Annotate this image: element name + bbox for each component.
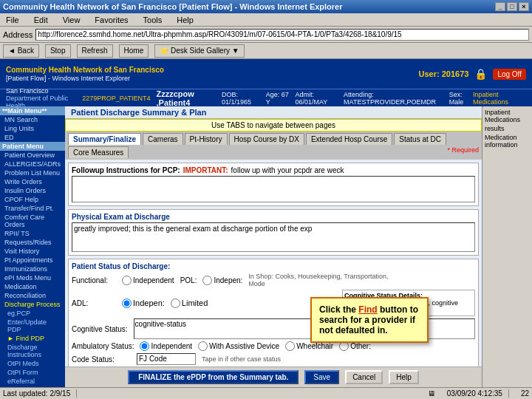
address-input[interactable] xyxy=(35,29,529,41)
functional-row: Functional: Independent POL: Indepen: In… xyxy=(72,273,475,287)
sidebar-item-ling-units[interactable]: Ling Units xyxy=(0,124,65,133)
sidebar-item-mn-search[interactable]: MN Search xyxy=(0,115,65,124)
sidebar-item-insulin[interactable]: Insulin Orders xyxy=(0,186,65,195)
tab-summary-finalize[interactable]: Summary/Finalize xyxy=(68,133,141,145)
menu-help[interactable]: Help xyxy=(174,16,197,24)
app-header: Community Health Network of San Francisc… xyxy=(0,59,532,89)
sidebar-item-ereferral[interactable]: eReferral xyxy=(0,377,65,386)
address-bar: Address xyxy=(0,27,532,43)
sidebar-item-discharge-process[interactable]: Discharge Process xyxy=(0,300,65,309)
sidebar-item-find-pdp[interactable]: ► Find PDP xyxy=(0,334,65,343)
sidebar-item-reconciliation[interactable]: Reconciliation xyxy=(0,291,65,300)
sidebar-item-rpii-ts[interactable]: RPII/ TS xyxy=(0,229,65,238)
shop-text: In Shop: Cooks, Housekeeping, Transporta… xyxy=(248,273,396,287)
menu-bar: File Edit View Favorites Tools Help xyxy=(0,13,532,27)
sidebar-item-otpi-form[interactable]: OtPI Form xyxy=(0,368,65,377)
right-panel-item-3[interactable]: Medication information xyxy=(484,133,531,149)
minimize-button[interactable]: _ xyxy=(495,2,505,11)
close-button[interactable]: × xyxy=(519,2,529,11)
patient-header-info: 2279PROP_PATIENT4 Zzzzcpow ,Patient4 DOB… xyxy=(82,89,473,107)
sidebar-item-enter-update-pdp[interactable]: Enter/Update PDP xyxy=(0,318,65,334)
tab-hosp-course-dx[interactable]: Hosp Course by DX xyxy=(229,133,304,145)
content-wrapper: Patient Discharge Summary & Plan Use TAB… xyxy=(65,106,482,387)
sidebar-item-patient-overview[interactable]: Patient Overview xyxy=(0,151,65,160)
sidebar-item-epi-meds[interactable]: ePI Meds Menu xyxy=(0,273,65,282)
refresh-button[interactable]: Refresh xyxy=(77,44,113,58)
followup-important: IMPORTANT: xyxy=(183,166,228,174)
home-button[interactable]: Home xyxy=(119,44,149,58)
adl-limited-label: Limited xyxy=(182,299,208,307)
physical-exam-label: Physical Exam at Discharge xyxy=(72,213,475,221)
followup-textarea[interactable] xyxy=(72,176,475,202)
radio-adl-independent[interactable]: Indepen: xyxy=(122,299,165,308)
physical-exam-textarea[interactable]: greatly improved; this is the general ex… xyxy=(72,222,475,252)
logoff-button[interactable]: Log Off xyxy=(493,69,526,80)
toolbar: ◄ Back Stop Refresh Home ⭐ Desk Side Gal… xyxy=(0,43,532,59)
code-status-field[interactable]: FJ Code xyxy=(137,353,196,365)
patient-attending: Attending: MATESTPROVIDER,POEMDR xyxy=(344,91,443,106)
tab-cameras[interactable]: Cameras xyxy=(143,133,183,145)
sidebar-patient-menu[interactable]: Patient Menu xyxy=(0,142,65,151)
radio-adl-limited[interactable]: Limited xyxy=(171,299,208,308)
right-panel-item-1[interactable]: Inpatient Medications xyxy=(484,108,531,124)
patient-id: 2279PROP_PATIENT4 xyxy=(82,95,150,102)
callout-line1: Click the xyxy=(319,304,356,315)
menu-tools[interactable]: Tools xyxy=(140,16,166,24)
menu-view[interactable]: View xyxy=(60,16,83,24)
tab-extended-hosp-course[interactable]: Extended Hosp Course xyxy=(306,133,392,145)
radio-amb-independent[interactable]: Independent xyxy=(140,341,192,351)
code-tape-label: Tape in if other case status xyxy=(202,355,281,363)
right-panel-item-2[interactable]: results xyxy=(484,124,531,133)
menu-file[interactable]: File xyxy=(3,16,22,24)
sidebar-item-comfort-care[interactable]: Comfort Care Orders xyxy=(0,213,65,229)
sidebar-item-immunizations[interactable]: Immunizations xyxy=(0,265,65,273)
code-status-value: FJ Code xyxy=(139,355,167,363)
tab-bar: Summary/Finalize Cameras Pt-History Hosp… xyxy=(65,132,482,160)
sidebar-item-medication[interactable]: Medication xyxy=(0,282,65,291)
sidebar-item-transfer[interactable]: Transfer/Find Pt. xyxy=(0,204,65,213)
status-icon: 🖥 xyxy=(428,389,435,398)
menu-favorites[interactable]: Favorites xyxy=(92,16,131,24)
tab-status-dc[interactable]: Status at DC xyxy=(394,133,446,145)
finalize-button[interactable]: FINALIZE the ePDP from the Summary tab. xyxy=(128,370,299,384)
status-bar: Last updated: 2/9/15 🖥 03/09/20 4:12:35 … xyxy=(0,387,532,399)
radio-amb-assistive[interactable]: With Assistive Device xyxy=(198,341,279,351)
back-button[interactable]: ◄ Back xyxy=(3,44,39,58)
sidebar-item-visit-history[interactable]: Visit History xyxy=(0,247,65,256)
radio-independent[interactable]: Independent xyxy=(122,276,174,285)
window-title: Community Health Network of San Francisc… xyxy=(3,2,343,11)
sidebar-item-requests[interactable]: Requests/Rides xyxy=(0,238,65,247)
sidebar-item-otpi-meds[interactable]: OtPI Meds xyxy=(0,359,65,368)
maximize-button[interactable]: □ xyxy=(507,2,517,11)
menu-edit[interactable]: Edit xyxy=(31,16,51,24)
sidebar-item-eg-pcp[interactable]: eg.PCP xyxy=(0,309,65,318)
patient-age: Age: 67 Y xyxy=(266,91,290,106)
sidebar-item-write-orders[interactable]: Write Orders xyxy=(0,177,65,186)
page-number: 22 xyxy=(521,389,529,398)
adl-independent-label: Indepen: xyxy=(133,299,165,307)
user-label: User: xyxy=(418,69,439,78)
cancel-button[interactable]: Cancel xyxy=(345,370,383,384)
tab-pt-history[interactable]: Pt-History xyxy=(185,133,228,145)
patient-status-label: Patient Status of Discharge: xyxy=(72,262,475,270)
help-button[interactable]: Help xyxy=(389,370,419,384)
tab-core-measures[interactable]: Core Measures xyxy=(68,146,129,158)
sidebar-item-submission-menu[interactable]: Submission Menu xyxy=(0,386,65,387)
desk-side-gallery-button[interactable]: ⭐ Desk Side Gallery ▼ xyxy=(154,44,244,58)
sidebar-item-allergies[interactable]: ALLERGIES/ADRs xyxy=(0,160,65,168)
sidebar-item-discharge-instructions[interactable]: Discharge Instructions xyxy=(0,343,65,359)
window-controls[interactable]: _ □ × xyxy=(495,2,529,11)
save-button[interactable]: Save xyxy=(304,370,339,384)
sidebar-item-problem-list[interactable]: Problem List Menu xyxy=(0,168,65,177)
patient-name-header: Zzzzcpow ,Patient4 xyxy=(157,89,216,107)
adl-label: ADL: xyxy=(72,299,116,307)
sidebar-item-cpof-help[interactable]: CPOF Help xyxy=(0,195,65,204)
ambulatory-label: Ambulatory Status: xyxy=(72,342,134,350)
stop-button[interactable]: Stop xyxy=(45,44,71,58)
sidebar-main-menu[interactable]: **Main Menu** xyxy=(0,106,65,115)
sidebar-item-appointments[interactable]: Pt Appointments xyxy=(0,256,65,265)
sidebar-item-ed[interactable]: ED xyxy=(0,133,65,142)
radio-indepen[interactable]: Indepen: xyxy=(202,276,242,285)
user-info: User: 201673 xyxy=(418,69,468,78)
page-title: Patient Discharge Summary & Plan xyxy=(65,106,482,119)
